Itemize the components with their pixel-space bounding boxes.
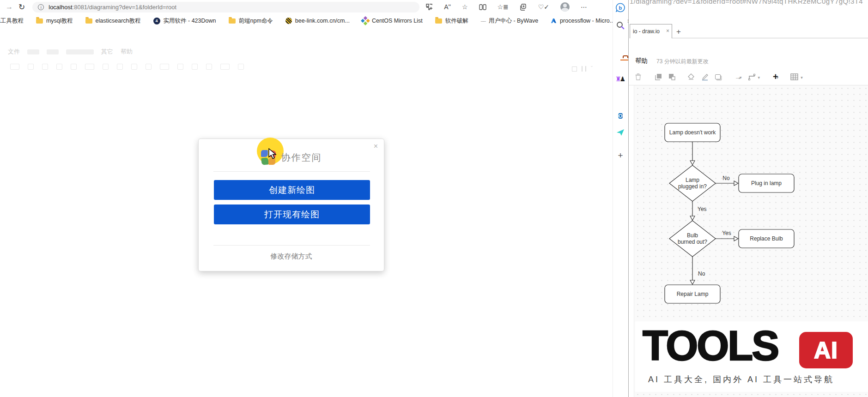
edge-label: No <box>722 175 730 181</box>
read-aloud-icon[interactable]: Aʹʹ <box>444 4 451 10</box>
bookmark-item[interactable]: mysql教程 <box>36 17 73 25</box>
menu-other: 其它 <box>101 48 113 56</box>
change-storage-link[interactable]: 修改存储方式 <box>199 252 384 261</box>
node-label: Repair Lamp <box>677 291 709 297</box>
chevron-down-icon[interactable]: ▾ <box>758 75 760 80</box>
bookmark-item[interactable]: a工具教程 <box>0 17 24 25</box>
split-screen-icon[interactable] <box>479 4 486 10</box>
bookmark-item[interactable]: 4实用软件 - 423Down <box>153 17 216 25</box>
folder-icon <box>85 18 92 24</box>
node-label: plugged in? <box>678 183 707 190</box>
dialog-title: 协作空间 <box>281 151 322 164</box>
table-icon[interactable] <box>790 73 798 80</box>
node-label: Replace Bulb <box>750 235 783 242</box>
new-tab-button[interactable]: + <box>676 27 681 36</box>
azure-favicon <box>551 18 557 24</box>
browser-essentials-icon[interactable]: ♡✓ <box>538 4 549 10</box>
settings-more-icon[interactable]: ⋯ <box>581 4 587 10</box>
collapse-icon: ˇ <box>591 66 593 71</box>
browser-window: → ↻ i localhost:8081/diagraming?dev=1&fo… <box>0 0 613 397</box>
divider <box>213 245 370 246</box>
drawio-menubar: 文件 其它 帮助 <box>8 48 133 56</box>
address-bar[interactable]: i localhost:8081/diagraming?dev=1&folder… <box>32 2 419 12</box>
fill-color-icon[interactable] <box>687 73 695 80</box>
edge-label: No <box>698 271 705 277</box>
edge-label: Yes <box>698 206 707 212</box>
to-front-icon[interactable] <box>655 73 662 80</box>
centos-favicon <box>361 16 370 25</box>
apps-grid-icon[interactable] <box>426 4 433 11</box>
tab-title: io - draw.io <box>633 28 660 35</box>
drawio-canvas[interactable]: Lamp doesn't work Lamp plugged in? No Pl… <box>629 85 868 397</box>
node-label: Lamp doesn't work <box>669 129 716 136</box>
collab-space-dialog: × 协作空间 创建新绘图 打开现有绘图 修改存储方式 <box>198 138 384 271</box>
paper-plane-icon[interactable] <box>616 129 625 138</box>
tools-ai-logo: TOOLS AI AI 工具大全, 国内外 AI 工具一站式导航 <box>635 321 868 392</box>
bee-favicon <box>285 18 292 24</box>
line-color-icon[interactable] <box>701 73 709 81</box>
svg-text:b: b <box>619 5 622 11</box>
drawio-toolbar-faint <box>10 64 244 70</box>
logo-wordmark: TOOLS <box>643 325 778 367</box>
tabstrip-border <box>672 38 868 38</box>
last-change-status: 73 分钟以前最新更改 <box>656 58 709 66</box>
bookmark-item[interactable]: bee-link.com.cn/cm... <box>285 18 350 24</box>
423down-favicon: 4 <box>153 18 160 24</box>
logo-tagline: AI 工具大全, 国内外 AI 工具一站式导航 <box>648 374 834 385</box>
open-drawing-button[interactable]: 打开现有绘图 <box>214 205 370 224</box>
folder-icon <box>435 18 442 24</box>
node-label: Bulb <box>687 232 698 239</box>
menu-file: 文件 <box>8 48 20 56</box>
edge-sidebar: b ♜♟ O + <box>613 0 628 397</box>
site-info-icon[interactable]: i <box>38 4 44 10</box>
shadow-icon[interactable] <box>715 74 721 79</box>
fullscreen-icon <box>572 66 577 72</box>
menu-help: 帮助 <box>121 48 133 56</box>
url-text[interactable]: localhost:8081/diagraming?dev=1&folderId… <box>49 4 176 11</box>
format-panel-icon <box>582 66 586 72</box>
copilot-icon[interactable]: b <box>616 3 625 14</box>
chevron-down-icon[interactable]: ▾ <box>740 75 742 80</box>
tab-close-icon[interactable]: × <box>666 28 669 34</box>
chevron-down-icon[interactable]: ▾ <box>777 75 779 80</box>
bookmark-item[interactable]: CentOS Mirrors List <box>362 18 423 24</box>
delete-icon[interactable] <box>635 73 641 80</box>
bookmark-item[interactable]: 前端npm命令 <box>229 17 273 25</box>
games-icon[interactable]: ♜♟ <box>615 76 625 82</box>
help-menu[interactable]: 帮助 <box>635 57 648 65</box>
node-label: Plug in lamp <box>751 180 782 186</box>
menu-blurred <box>66 49 94 54</box>
create-drawing-button[interactable]: 创建新绘图 <box>214 180 370 200</box>
close-icon[interactable]: × <box>374 143 378 150</box>
node-label: Lamp <box>686 177 699 183</box>
bookmark-item[interactable]: ‒‒用户中心 - ByWave <box>481 17 538 25</box>
edge-label: Yes <box>722 230 731 236</box>
node-label: burned out? <box>678 239 707 245</box>
favorites-list-icon[interactable]: ☆≣ <box>498 4 509 10</box>
bookmark-item[interactable]: processflow - Micro... <box>551 18 614 24</box>
forward-icon[interactable]: → <box>6 3 13 11</box>
dialog-header: 协作空间 <box>199 150 384 165</box>
sidebar-add-icon[interactable]: + <box>618 150 623 161</box>
bookmarks-bar: a工具教程 mysql教程 elasticsearch教程 4实用软件 - 42… <box>0 14 613 28</box>
bookmark-item[interactable]: elasticsearch教程 <box>85 17 141 25</box>
outlook-icon[interactable]: O <box>619 111 623 120</box>
browser-top-bar: → ↻ i localhost:8081/diagraming?dev=1&fo… <box>0 0 613 14</box>
profile-avatar[interactable] <box>560 2 570 12</box>
drawio-edit-toolbar: → ▾ ▾ + ▾ ▾ <box>629 69 868 84</box>
to-back-icon[interactable] <box>668 73 675 80</box>
flowchart: Lamp doesn't work Lamp plugged in? No Pl… <box>629 85 868 321</box>
waypoints-icon[interactable] <box>748 74 756 80</box>
tab-drawio[interactable]: io - draw.io × <box>630 24 672 38</box>
folder-icon <box>36 18 43 24</box>
collections-icon[interactable] <box>520 4 527 11</box>
bywave-favicon: ‒‒ <box>481 18 486 24</box>
search-icon[interactable] <box>616 21 625 31</box>
menu-blurred <box>27 49 39 54</box>
favorite-star-icon[interactable]: ☆ <box>462 4 468 10</box>
canvas-view-controls: ˇ <box>572 66 593 72</box>
chevron-down-icon[interactable]: ▾ <box>801 75 803 80</box>
logo-ai-badge: AI <box>799 332 853 368</box>
bookmark-item[interactable]: 软件破解 <box>435 17 468 25</box>
refresh-icon[interactable]: ↻ <box>18 2 25 12</box>
